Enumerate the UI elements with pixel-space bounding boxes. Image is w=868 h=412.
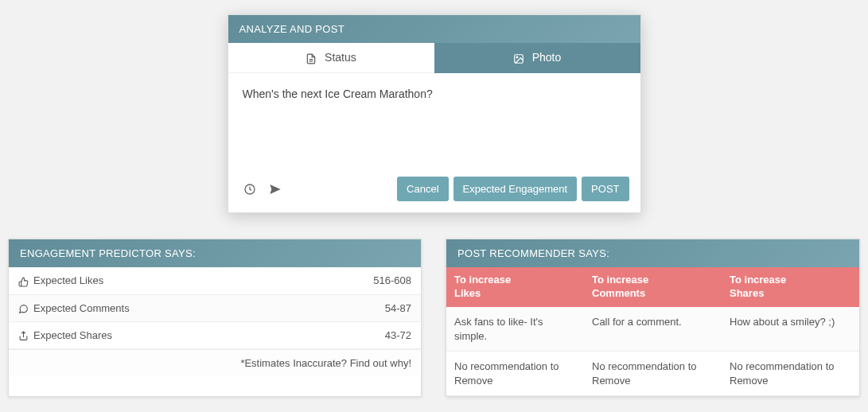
recommender-header-row: To increase Likes To increase Comments T… xyxy=(446,267,859,307)
post-button[interactable]: POST xyxy=(582,177,629,201)
predictor-list: Expected Likes 516-608 Expected Comments… xyxy=(9,267,421,348)
predictor-row-comments: Expected Comments 54-87 xyxy=(9,295,421,322)
thumbs-up-icon xyxy=(18,274,29,286)
predictor-comments-label: Expected Comments xyxy=(33,302,130,314)
rec-head-likes-1: To increase xyxy=(454,274,511,286)
recommender-panel: POST RECOMMENDER SAYS: To increase Likes… xyxy=(446,239,860,397)
predictor-shares-value: 43-72 xyxy=(385,329,411,341)
recommender-title: POST RECOMMENDER SAYS: xyxy=(446,239,859,267)
rec-cell-likes-1: Ask fans to like- It's simple. xyxy=(446,307,584,352)
recommender-row-2: No recommendation to Remove No recommend… xyxy=(446,352,859,396)
tab-photo-label: Photo xyxy=(532,51,562,64)
compose-actions: Cancel Expected Engagement POST xyxy=(228,169,640,212)
share-icon xyxy=(18,329,29,341)
rec-cell-comments-2: No recommendation to Remove xyxy=(584,352,722,396)
recommender-header-shares: To increase Shares xyxy=(722,267,859,307)
image-icon xyxy=(513,52,527,64)
rec-head-shares-2: Shares xyxy=(730,287,764,299)
predictor-shares-label: Expected Shares xyxy=(33,329,112,341)
rec-head-shares-1: To increase xyxy=(730,274,786,286)
rec-head-comments-2: Comments xyxy=(592,287,645,299)
svg-point-3 xyxy=(516,57,518,59)
document-icon xyxy=(306,52,320,64)
rec-cell-comments-1: Call for a comment. xyxy=(584,307,722,352)
rec-cell-likes-2: No recommendation to Remove xyxy=(446,352,584,396)
compose-tabs: Status Photo xyxy=(228,43,640,73)
recommender-header-likes: To increase Likes xyxy=(446,267,584,307)
location-icon[interactable] xyxy=(265,179,286,200)
predictor-row-shares: Expected Shares 43-72 xyxy=(9,322,421,349)
recommender-row-1: Ask fans to like- It's simple. Call for … xyxy=(446,307,859,352)
cancel-button[interactable]: Cancel xyxy=(397,177,448,201)
recommender-header-comments: To increase Comments xyxy=(584,267,722,307)
tab-status[interactable]: Status xyxy=(228,43,434,73)
predictor-likes-value: 516-608 xyxy=(373,274,411,286)
predictor-title: ENGAGEMENT PREDICTOR SAYS: xyxy=(9,239,421,267)
predictor-footer[interactable]: *Estimates Inaccurate? Find out why! xyxy=(9,349,421,376)
tab-status-label: Status xyxy=(325,51,356,64)
rec-head-likes-2: Likes xyxy=(454,287,481,299)
rec-cell-shares-2: No recommendation to Remove xyxy=(722,352,859,396)
expected-engagement-button[interactable]: Expected Engagement xyxy=(453,177,578,201)
compose-title: ANALYZE AND POST xyxy=(228,15,640,43)
predictor-likes-label: Expected Likes xyxy=(33,274,103,286)
compose-textarea[interactable] xyxy=(243,87,626,151)
predictor-panel: ENGAGEMENT PREDICTOR SAYS: Expected Like… xyxy=(8,239,422,397)
rec-head-comments-1: To increase xyxy=(592,274,648,286)
rec-cell-shares-1: How about a smiley? ;) xyxy=(722,307,859,352)
predictor-comments-value: 54-87 xyxy=(385,302,411,314)
predictor-row-likes: Expected Likes 516-608 xyxy=(9,267,421,294)
bottom-row: ENGAGEMENT PREDICTOR SAYS: Expected Like… xyxy=(0,213,868,397)
compose-body xyxy=(228,73,640,169)
comments-icon xyxy=(18,302,29,314)
compose-panel: ANALYZE AND POST Status Photo Cancel Exp… xyxy=(228,14,641,213)
tab-photo[interactable]: Photo xyxy=(434,43,640,73)
recommender-table: To increase Likes To increase Comments T… xyxy=(446,267,859,396)
schedule-icon[interactable] xyxy=(239,179,260,200)
